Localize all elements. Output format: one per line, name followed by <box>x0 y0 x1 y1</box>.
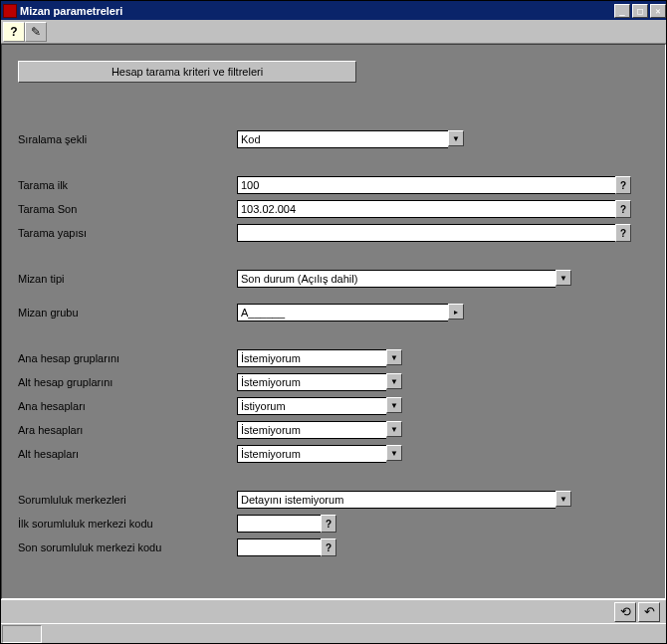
tarama-yapisi-field[interactable]: ? <box>237 224 631 242</box>
alt-hesaplari-combo[interactable]: İstemiyorum ▼ <box>237 445 402 463</box>
alt-hesaplari-value[interactable]: İstemiyorum <box>237 445 386 463</box>
status-cell <box>2 625 42 643</box>
tarama-son-field[interactable]: 103.02.004 ? <box>237 200 631 218</box>
chevron-down-icon[interactable]: ▼ <box>448 130 464 146</box>
label-ana-hesap-gruplarini: Ana hesap gruplarını <box>18 352 237 364</box>
help-icon[interactable]: ? <box>615 224 631 242</box>
ilk-sorumluluk-field[interactable]: ? <box>237 515 336 533</box>
chevron-down-icon[interactable]: ▼ <box>386 349 402 365</box>
form: Sıralama şekli Kod ▼ Tarama ilk 100 ? <box>8 127 659 559</box>
sorumluluk-merkezleri-combo[interactable]: Detayını istemiyorum ▼ <box>237 491 571 509</box>
mizan-grubu-field[interactable]: A______ ▸ <box>237 304 464 322</box>
tarama-ilk-value[interactable]: 100 <box>237 176 615 194</box>
content-area: Hesap tarama kriteri ve filtreleri Sıral… <box>1 44 666 599</box>
label-mizan-tipi: Mizan tipi <box>18 273 237 285</box>
toolbar: ? ✎ <box>1 20 666 44</box>
window-title: Mizan parametreleri <box>20 5 122 17</box>
chevron-down-icon[interactable]: ▼ <box>556 491 571 507</box>
refresh-button[interactable]: ⟲ <box>614 602 636 622</box>
ilk-sorumluluk-value[interactable] <box>237 515 321 533</box>
label-alt-hesaplari: Alt hesapları <box>18 448 237 460</box>
label-tarama-son: Tarama Son <box>18 203 237 215</box>
tarama-son-value[interactable]: 103.02.004 <box>237 200 615 218</box>
content-inner: Hesap tarama kriteri ve filtreleri Sıral… <box>8 51 659 592</box>
label-alt-hesap-gruplarini: Alt hesap gruplarını <box>18 376 237 388</box>
son-sorumluluk-value[interactable] <box>237 538 321 556</box>
ara-hesaplari-value[interactable]: İstemiyorum <box>237 421 386 439</box>
undo-button[interactable]: ↶ <box>638 602 660 622</box>
label-ana-hesaplari: Ana hesapları <box>18 400 237 412</box>
chevron-down-icon[interactable]: ▼ <box>556 270 571 286</box>
tarama-ilk-field[interactable]: 100 ? <box>237 176 631 194</box>
help-icon[interactable]: ? <box>321 538 336 556</box>
close-button[interactable]: ✕ <box>650 4 666 18</box>
chevron-right-icon[interactable]: ▸ <box>448 304 464 320</box>
maximize-button[interactable]: □ <box>632 4 648 18</box>
chevron-down-icon[interactable]: ▼ <box>386 421 402 437</box>
titlebar: Mizan parametreleri _ □ ✕ <box>1 1 666 20</box>
chevron-down-icon[interactable]: ▼ <box>386 397 402 413</box>
alt-hesap-gruplarini-value[interactable]: İstemiyorum <box>237 373 386 391</box>
chevron-down-icon[interactable]: ▼ <box>386 445 402 461</box>
ana-hesap-gruplarini-combo[interactable]: İstemiyorum ▼ <box>237 349 402 367</box>
help-icon[interactable]: ? <box>3 22 25 42</box>
label-siralama-sekli: Sıralama şekli <box>18 133 237 145</box>
sorumluluk-merkezleri-value[interactable]: Detayını istemiyorum <box>237 491 556 509</box>
tarama-yapisi-value[interactable] <box>237 224 615 242</box>
bottom-toolbar: ⟲ ↶ <box>1 599 666 623</box>
ara-hesaplari-combo[interactable]: İstemiyorum ▼ <box>237 421 402 439</box>
mizan-tipi-combo[interactable]: Son durum (Açılış dahil) ▼ <box>237 270 571 288</box>
ana-hesaplari-combo[interactable]: İstiyorum ▼ <box>237 397 402 415</box>
label-tarama-yapisi: Tarama yapısı <box>18 227 237 239</box>
hesap-tarama-button[interactable]: Hesap tarama kriteri ve filtreleri <box>18 61 356 83</box>
label-mizan-grubu: Mizan grubu <box>18 307 237 319</box>
ana-hesaplari-value[interactable]: İstiyorum <box>237 397 386 415</box>
help-icon[interactable]: ? <box>615 176 631 194</box>
ana-hesap-gruplarini-value[interactable]: İstemiyorum <box>237 349 386 367</box>
mizan-tipi-value[interactable]: Son durum (Açılış dahil) <box>237 270 556 288</box>
label-sorumluluk-merkezleri: Sorumluluk merkezleri <box>18 494 237 506</box>
label-ilk-sorumluluk: İlk sorumluluk merkezi kodu <box>18 518 237 530</box>
help-icon[interactable]: ? <box>321 515 336 533</box>
minimize-button[interactable]: _ <box>614 4 630 18</box>
window: Mizan parametreleri _ □ ✕ ? ✎ Hesap tara… <box>0 0 667 644</box>
tool-glyph: ✎ <box>31 25 41 39</box>
label-tarama-ilk: Tarama ilk <box>18 179 237 191</box>
mizan-grubu-value[interactable]: A______ <box>237 304 448 322</box>
app-icon <box>3 4 17 18</box>
chevron-down-icon[interactable]: ▼ <box>386 373 402 389</box>
label-ara-hesaplari: Ara hesapları <box>18 424 237 436</box>
window-controls: _ □ ✕ <box>612 4 666 18</box>
alt-hesap-gruplarini-combo[interactable]: İstemiyorum ▼ <box>237 373 402 391</box>
tool-icon[interactable]: ✎ <box>25 22 47 42</box>
siralama-sekli-value[interactable]: Kod <box>237 130 448 148</box>
son-sorumluluk-field[interactable]: ? <box>237 538 336 556</box>
help-icon[interactable]: ? <box>615 200 631 218</box>
label-son-sorumluluk: Son sorumluluk merkezi kodu <box>18 541 237 553</box>
status-bar <box>1 623 666 643</box>
siralama-sekli-combo[interactable]: Kod ▼ <box>237 130 464 148</box>
